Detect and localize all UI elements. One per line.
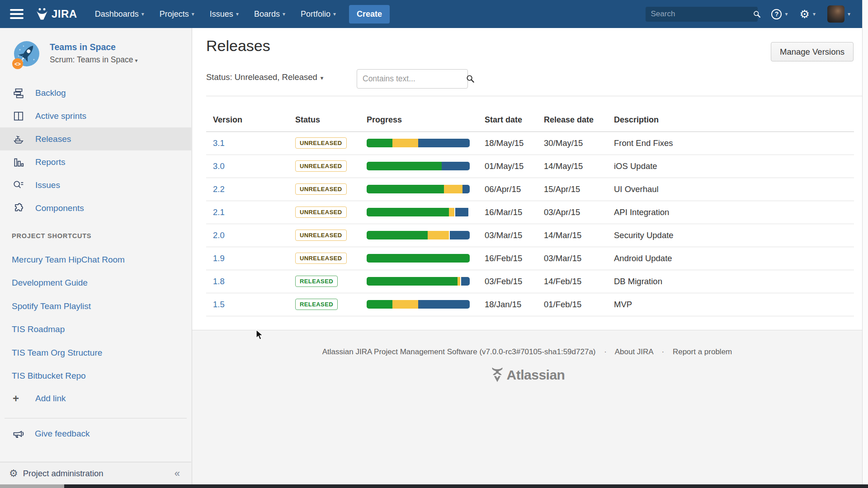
progress-bar[interactable] bbox=[367, 185, 470, 193]
contains-text-input[interactable] bbox=[357, 74, 466, 84]
sidebar-item-issues[interactable]: Issues bbox=[0, 174, 191, 197]
releases-table: VersionStatusProgressStart dateRelease d… bbox=[206, 108, 854, 316]
chevron-down-icon: ▾ bbox=[192, 11, 194, 17]
progress-bar[interactable] bbox=[367, 254, 470, 263]
global-search-box[interactable] bbox=[646, 7, 758, 22]
shortcut-link-tis-team-org-structure[interactable]: TIS Team Org Structure bbox=[0, 341, 191, 365]
atlassian-logo-text: Atlassian bbox=[507, 367, 565, 383]
description: Front End Fixes bbox=[607, 131, 854, 155]
version-link[interactable]: 2.1 bbox=[213, 207, 225, 217]
add-link-button[interactable]: + Add link bbox=[0, 388, 191, 409]
sidebar-item-components[interactable]: Components bbox=[0, 197, 191, 220]
progress-segment-blue bbox=[455, 208, 469, 216]
user-menu-button[interactable]: ▾ bbox=[827, 5, 850, 23]
jira-logo-text: JIRA bbox=[52, 8, 77, 20]
start-date: 03/Mar/15 bbox=[478, 224, 537, 247]
project-name-link[interactable]: Teams in Space bbox=[50, 42, 116, 52]
version-link[interactable]: 3.1 bbox=[213, 138, 225, 148]
project-administration-bar[interactable]: ⚙ Project administration « bbox=[0, 462, 191, 484]
shortcut-link-spotify-team-playlist[interactable]: Spotify Team Playlist bbox=[0, 295, 191, 318]
jira-logo[interactable]: JIRA bbox=[35, 7, 77, 21]
backlog-icon bbox=[12, 87, 25, 99]
nav-item-issues[interactable]: Issues▾ bbox=[202, 0, 246, 28]
progress-bar[interactable] bbox=[367, 277, 470, 286]
progress-segment-green bbox=[367, 277, 458, 286]
contains-text-searchbox[interactable] bbox=[357, 69, 468, 89]
give-feedback-button[interactable]: Give feedback bbox=[0, 423, 191, 445]
project-sidebar: <> Teams in Space Scrum: Teams in Space▾… bbox=[0, 28, 192, 484]
status-badge: UNRELEASED bbox=[295, 160, 347, 172]
description: API Integration bbox=[607, 201, 854, 224]
shortcut-link-tis-roadmap[interactable]: TIS Roadmap bbox=[0, 318, 191, 342]
nav-right-group: ? ▾ ⚙ ▾ ▾ bbox=[646, 5, 850, 23]
column-header-progress: Progress bbox=[360, 108, 478, 131]
progress-segment-green bbox=[367, 300, 392, 309]
release-date: 03/Apr/15 bbox=[537, 201, 607, 224]
description: iOS Update bbox=[607, 155, 854, 178]
progress-segment-yellow bbox=[392, 139, 418, 147]
collapse-sidebar-icon[interactable]: « bbox=[175, 468, 180, 479]
start-date: 16/Mar/15 bbox=[478, 201, 537, 224]
sidebar-item-label: Issues bbox=[35, 180, 60, 190]
scrollbar-track[interactable] bbox=[862, 0, 868, 484]
global-search-input[interactable] bbox=[646, 9, 753, 19]
reports-icon bbox=[12, 156, 25, 169]
version-link[interactable]: 1.8 bbox=[213, 277, 225, 286]
page-title: Releases bbox=[206, 37, 270, 55]
shortcut-link-mercury-team-hipchat-room[interactable]: Mercury Team HipChat Room bbox=[0, 248, 191, 272]
release-date: 14/May/15 bbox=[537, 155, 607, 178]
version-link[interactable]: 1.9 bbox=[213, 253, 225, 263]
version-link[interactable]: 2.0 bbox=[213, 230, 225, 240]
progress-bar[interactable] bbox=[367, 300, 470, 309]
nav-item-boards[interactable]: Boards▾ bbox=[246, 0, 293, 28]
release-row-2.1: 2.1UNRELEASED16/Mar/1503/Apr/15API Integ… bbox=[206, 201, 854, 224]
report-problem-link[interactable]: Report a problem bbox=[673, 347, 732, 356]
nav-item-dashboards[interactable]: Dashboards▾ bbox=[87, 0, 152, 28]
filter-divider bbox=[206, 96, 862, 96]
nav-item-projects[interactable]: Projects▾ bbox=[152, 0, 202, 28]
progress-bar[interactable] bbox=[367, 231, 470, 239]
board-switcher[interactable]: Scrum: Teams in Space▾ bbox=[50, 55, 138, 65]
release-date: 14/Feb/15 bbox=[537, 270, 607, 293]
progress-bar[interactable] bbox=[367, 139, 470, 147]
search-icon bbox=[466, 75, 475, 83]
progress-segment-green bbox=[367, 162, 442, 170]
active-sprints-icon bbox=[12, 110, 25, 122]
chevron-down-icon: ▾ bbox=[333, 11, 336, 17]
nav-item-portfolio[interactable]: Portfolio▾ bbox=[293, 0, 344, 28]
version-link[interactable]: 3.0 bbox=[213, 161, 225, 171]
release-date: 03/Mar/15 bbox=[537, 247, 607, 270]
releases-table-wrap: VersionStatusProgressStart dateRelease d… bbox=[206, 108, 854, 316]
manage-versions-button[interactable]: Manage Versions bbox=[771, 42, 854, 61]
progress-segment-yellow bbox=[392, 300, 418, 309]
settings-menu-button[interactable]: ⚙ ▾ bbox=[800, 9, 816, 20]
about-jira-link[interactable]: About JIRA bbox=[615, 347, 653, 356]
version-link[interactable]: 1.5 bbox=[213, 300, 225, 309]
atlassian-logo: Atlassian bbox=[192, 366, 862, 384]
progress-bar[interactable] bbox=[367, 162, 470, 170]
shortcut-link-development-guide[interactable]: Development Guide bbox=[0, 272, 191, 295]
sidebar-item-label: Active sprints bbox=[35, 111, 86, 121]
progress-segment-yellow bbox=[458, 277, 461, 286]
chevron-down-icon: ▾ bbox=[813, 11, 816, 17]
sidebar-item-backlog[interactable]: Backlog bbox=[0, 81, 191, 104]
shortcut-link-tis-bitbucket-repo[interactable]: TIS Bitbucket Repo bbox=[0, 365, 191, 388]
top-navigation-bar: JIRA Dashboards▾Projects▾Issues▾Boards▾P… bbox=[0, 0, 862, 28]
sidebar-item-active-sprints[interactable]: Active sprints bbox=[0, 104, 191, 127]
sidebar-item-releases[interactable]: Releases bbox=[0, 127, 191, 150]
progress-bar[interactable] bbox=[367, 208, 470, 216]
status-filter-dropdown[interactable]: Status: Unreleased, Released▾ bbox=[206, 72, 323, 82]
create-button[interactable]: Create bbox=[349, 5, 390, 23]
issues-icon bbox=[12, 179, 25, 192]
project-header: <> Teams in Space Scrum: Teams in Space▾ bbox=[12, 40, 187, 71]
version-link[interactable]: 2.2 bbox=[213, 184, 225, 194]
footer: Atlassian JIRA Project Management Softwa… bbox=[192, 330, 862, 484]
chevron-down-icon: ▾ bbox=[236, 11, 239, 17]
help-menu-button[interactable]: ? ▾ bbox=[771, 9, 788, 19]
main-content: Releases Manage Versions Status: Unrelea… bbox=[192, 28, 862, 484]
sidebar-item-reports[interactable]: Reports bbox=[0, 150, 191, 174]
svg-text:<>: <> bbox=[14, 61, 21, 67]
app-switcher-menu-icon[interactable] bbox=[10, 9, 24, 19]
chevron-down-icon: ▾ bbox=[785, 11, 788, 17]
table-body: 3.1UNRELEASED18/May/1530/May/15Front End… bbox=[206, 131, 854, 316]
